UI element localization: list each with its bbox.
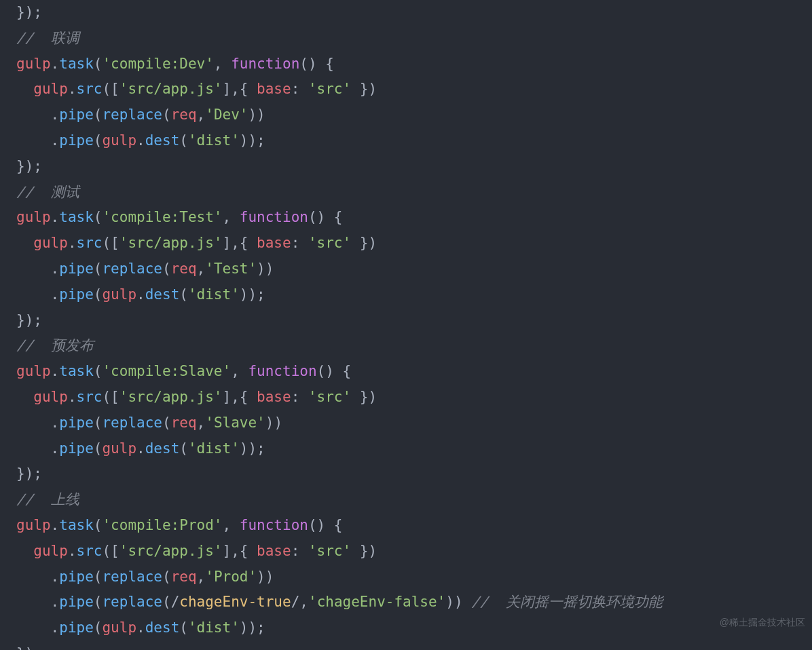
- regex-slash: /: [291, 594, 300, 610]
- paren-open: (: [94, 415, 103, 431]
- string-src: 'src': [308, 389, 351, 405]
- watermark: @稀土掘金技术社区: [720, 614, 805, 631]
- dot: .: [51, 594, 60, 610]
- paren-open: (: [94, 132, 103, 149]
- keyword-function: function: [240, 209, 308, 225]
- method-pipe: pipe: [59, 619, 94, 636]
- key-base: base: [257, 235, 291, 251]
- colon: :: [291, 235, 308, 251]
- method-dest: dest: [145, 132, 180, 149]
- paren-open: (: [94, 517, 103, 533]
- ident-gulp: gulp: [102, 619, 136, 636]
- paren-open: (: [94, 261, 103, 277]
- string-taskname: 'compile:Test': [102, 209, 222, 225]
- paren-open: ([: [102, 389, 119, 405]
- dot: .: [136, 619, 145, 636]
- paren-open: (: [162, 594, 171, 610]
- paren-open: ([: [102, 543, 119, 559]
- method-dest: dest: [145, 286, 180, 303]
- comment: // 预发布: [16, 337, 94, 353]
- string-srcapp: 'src/app.js': [119, 389, 223, 405]
- fn-head: () {: [317, 363, 352, 379]
- brace-close: }): [351, 235, 377, 251]
- paren-close: )): [445, 594, 471, 610]
- brace-close: });: [16, 4, 42, 20]
- paren-open: (: [94, 569, 103, 585]
- keyword-function: function: [240, 517, 308, 533]
- ident-gulp: gulp: [16, 517, 51, 533]
- dot: .: [51, 286, 60, 303]
- method-src: src: [77, 81, 103, 97]
- fn-head: () {: [299, 56, 334, 72]
- dot: .: [136, 132, 145, 149]
- method-task: task: [59, 56, 94, 72]
- paren-close: ));: [240, 440, 265, 457]
- string-env: 'Slave': [205, 415, 265, 431]
- ident-req: req: [171, 107, 197, 123]
- brace-close: }): [351, 389, 377, 405]
- bracket-close: ],{: [222, 81, 257, 97]
- dot: .: [51, 569, 60, 585]
- string-env: 'Prod': [205, 569, 257, 585]
- comma: ,: [299, 594, 308, 610]
- method-dest: dest: [145, 619, 180, 636]
- code-block[interactable]: }); // 联调 gulp.task('compile:Dev', funct…: [0, 0, 812, 650]
- paren-open: (: [179, 132, 188, 149]
- paren-open: (: [162, 415, 171, 431]
- string-src: 'src': [308, 81, 351, 97]
- method-pipe: pipe: [59, 261, 94, 277]
- dot: .: [136, 440, 145, 457]
- brace-close: });: [16, 158, 42, 174]
- paren-close: )): [257, 569, 274, 585]
- dot: .: [51, 209, 60, 225]
- brace-close: });: [16, 645, 42, 650]
- ident-req: req: [171, 415, 197, 431]
- method-task: task: [59, 363, 94, 379]
- paren-open: (: [94, 363, 103, 379]
- colon: :: [291, 543, 308, 559]
- comma: ,: [197, 261, 206, 277]
- paren-open: (: [94, 440, 103, 457]
- paren-open: (: [94, 209, 103, 225]
- method-pipe: pipe: [59, 132, 94, 149]
- dot: .: [51, 261, 60, 277]
- bracket-close: ],{: [222, 543, 257, 559]
- paren-open: (: [162, 569, 171, 585]
- comment: // 联调: [16, 30, 79, 46]
- method-pipe: pipe: [59, 569, 94, 585]
- key-base: base: [257, 81, 291, 97]
- method-replace: replace: [102, 569, 162, 585]
- dot: .: [51, 56, 60, 72]
- string-dist: 'dist': [188, 619, 240, 636]
- bracket-close: ],{: [222, 235, 257, 251]
- ident-gulp: gulp: [102, 440, 136, 457]
- ident-gulp: gulp: [16, 209, 51, 225]
- string-dist: 'dist': [188, 132, 240, 149]
- string-src: 'src': [308, 235, 351, 251]
- paren-close: ));: [240, 619, 265, 636]
- paren-close: ));: [240, 286, 265, 303]
- ident-gulp: gulp: [102, 286, 136, 303]
- dot: .: [68, 81, 77, 97]
- key-base: base: [257, 389, 291, 405]
- colon: :: [291, 389, 308, 405]
- paren-open: (: [94, 56, 103, 72]
- string-dist: 'dist': [188, 440, 240, 457]
- string-srcapp: 'src/app.js': [119, 543, 223, 559]
- brace-close: });: [16, 465, 42, 482]
- dot: .: [136, 286, 145, 303]
- method-task: task: [59, 209, 94, 225]
- comma: ,: [197, 569, 206, 585]
- paren-open: (: [162, 261, 171, 277]
- paren-open: (: [162, 107, 171, 123]
- brace-close: });: [16, 312, 42, 328]
- comment: // 上线: [16, 491, 79, 508]
- paren-close: )): [257, 261, 274, 277]
- keyword-function: function: [231, 56, 299, 72]
- regex-slash: /: [171, 594, 180, 610]
- string-env: 'Dev': [205, 107, 248, 123]
- string-replacement: 'chageEnv-false': [308, 594, 445, 610]
- ident-gulp: gulp: [33, 543, 68, 559]
- paren-open: (: [94, 286, 103, 303]
- fn-head: () {: [308, 209, 343, 225]
